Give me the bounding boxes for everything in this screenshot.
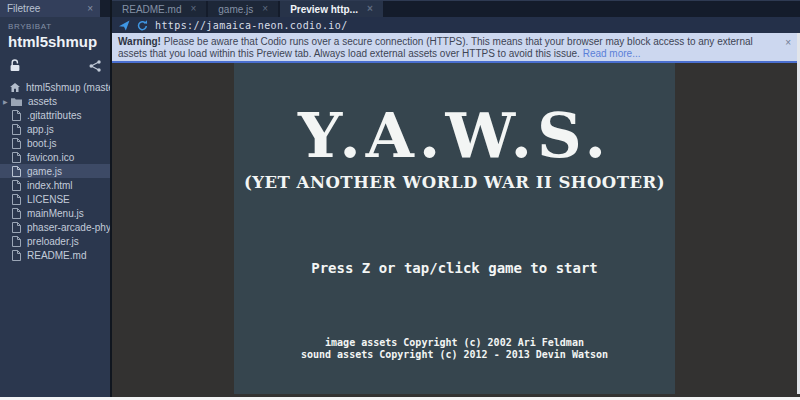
home-icon — [10, 83, 20, 92]
chevron-right-icon[interactable]: ▶ — [3, 98, 11, 105]
game-title: Y.A.W.S. — [234, 99, 675, 172]
editor-area: README.md × game.js × Preview http... × — [112, 0, 800, 397]
file-icon — [12, 138, 21, 149]
folder-icon — [11, 97, 22, 106]
tab-game-js[interactable]: game.js × — [208, 1, 278, 17]
filetree-item-faviconico[interactable]: favicon.ico — [0, 150, 110, 164]
filetree-item-readmemd[interactable]: README.md — [0, 248, 110, 262]
game-subtitle: (YET ANOTHER WORLD WAR II SHOOTER) — [234, 173, 675, 192]
filetree-item-mainmenujs[interactable]: mainMenu.js — [0, 206, 110, 220]
warning-message: Please be aware that Codio runs over a s… — [118, 36, 753, 59]
read-more-link[interactable]: Read more... — [583, 48, 641, 59]
editor-tabbar: README.md × game.js × Preview http... × — [112, 0, 800, 17]
open-in-browser-icon[interactable] — [119, 20, 130, 31]
close-icon[interactable]: × — [262, 4, 268, 14]
project-header: BRYBIBAT html5shmup — [0, 17, 110, 50]
filetree-panel: Filetree × BRYBIBAT html5shmup — [0, 0, 112, 397]
close-icon[interactable]: × — [87, 4, 93, 14]
unlock-icon[interactable] — [9, 59, 21, 72]
filetree-item-appjs[interactable]: app.js — [0, 122, 110, 136]
share-icon[interactable] — [89, 60, 101, 72]
filetree-item-license[interactable]: LICENSE — [0, 192, 110, 206]
filetree-item-phaser-min[interactable]: phaser-arcade-physics.min.j — [0, 220, 110, 234]
close-icon[interactable]: × — [367, 4, 373, 14]
project-name-label: html5shmup — [8, 33, 102, 50]
credits: image assets Copyright (c) 2002 Ari Feld… — [234, 337, 675, 361]
file-icon — [12, 236, 21, 247]
url-field[interactable]: https://jamaica-neon.codio.io/ — [155, 20, 348, 31]
preview-pane: Y.A.W.S. (YET ANOTHER WORLD WAR II SHOOT… — [112, 63, 797, 394]
file-icon — [12, 110, 21, 121]
filetree-tab-label: Filetree — [7, 3, 40, 14]
close-icon[interactable]: × — [190, 4, 196, 14]
file-icon — [12, 194, 21, 205]
https-warning-banner: Warning! Please be aware that Codio runs… — [112, 33, 800, 63]
file-icon — [12, 180, 21, 191]
close-icon[interactable]: × — [785, 37, 791, 49]
file-icon — [12, 250, 21, 261]
filetree-item-gitattributes[interactable]: .gitattributes — [0, 108, 110, 122]
file-tree: html5shmup (master) ▶ assets .gitattribu… — [0, 80, 110, 262]
filetree-item-indexhtml[interactable]: index.html — [0, 178, 110, 192]
file-icon — [12, 152, 21, 163]
filetree-item-gamejs[interactable]: game.js — [0, 164, 110, 178]
file-icon — [12, 124, 21, 135]
workspace-owner-label: BRYBIBAT — [8, 22, 102, 31]
filetree-item-assets[interactable]: ▶ assets — [0, 94, 110, 108]
project-actions — [0, 50, 110, 72]
tab-filetree[interactable]: Filetree × — [0, 0, 100, 17]
tab-preview[interactable]: Preview http... × — [280, 1, 383, 17]
warning-prefix: Warning! — [118, 36, 161, 47]
game-canvas[interactable]: Y.A.W.S. (YET ANOTHER WORLD WAR II SHOOT… — [234, 63, 675, 394]
credits-line-1: image assets Copyright (c) 2002 Ari Feld… — [234, 337, 675, 349]
credits-line-2: sound assets Copyright (c) 2012 - 2013 D… — [234, 349, 675, 361]
file-icon — [12, 166, 21, 177]
refresh-icon[interactable] — [137, 20, 148, 31]
start-prompt: Press Z or tap/click game to start — [234, 260, 675, 276]
preview-url-bar: https://jamaica-neon.codio.io/ — [112, 17, 800, 33]
filetree-item-project-root[interactable]: html5shmup (master) — [0, 80, 110, 94]
filetree-item-preloaderjs[interactable]: preloader.js — [0, 234, 110, 248]
tab-readme-md[interactable]: README.md × — [112, 1, 206, 17]
sidebar-tabbar: Filetree × — [0, 0, 110, 17]
file-icon — [12, 208, 21, 219]
codio-ide-window: Filetree × BRYBIBAT html5shmup — [0, 0, 800, 400]
filetree-item-bootjs[interactable]: boot.js — [0, 136, 110, 150]
file-icon — [12, 222, 21, 233]
